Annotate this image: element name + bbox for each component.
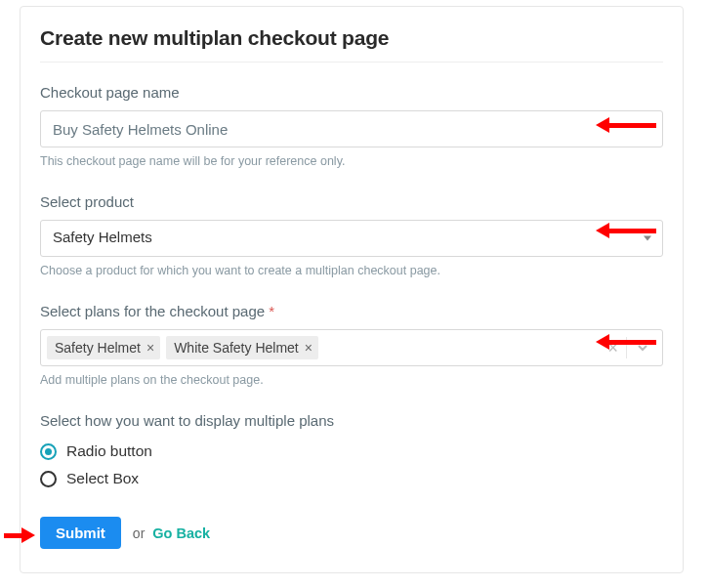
annotation-arrow <box>596 223 656 238</box>
product-help: Choose a product for which you want to c… <box>40 264 663 277</box>
or-text: or <box>133 525 145 541</box>
submit-button[interactable]: Submit <box>40 517 121 549</box>
plan-tag: Safety Helmet × <box>47 336 160 359</box>
display-mode-label: Select how you want to display multiple … <box>40 412 663 429</box>
divider <box>40 62 663 63</box>
plans-multiselect[interactable]: Safety Helmet × White Safety Helmet × × <box>40 329 663 366</box>
go-back-link[interactable]: Go Back <box>152 525 210 541</box>
radio-icon <box>40 471 57 487</box>
annotation-arrow <box>596 117 656 133</box>
plan-tag: White Safety Helmet × <box>166 336 318 359</box>
remove-tag-icon[interactable]: × <box>146 341 154 355</box>
radio-option-select-box[interactable]: Select Box <box>40 470 663 487</box>
annotation-arrow <box>4 527 35 543</box>
checkout-name-label: Checkout page name <box>40 84 663 101</box>
radio-option-label: Radio button <box>66 442 152 460</box>
form-card: Create new multiplan checkout page Check… <box>20 6 684 573</box>
checkout-name-input[interactable] <box>40 110 663 147</box>
radio-option-label: Select Box <box>66 470 139 487</box>
field-plans: Select plans for the checkout page * Saf… <box>40 303 663 387</box>
radio-option-radio-button[interactable]: Radio button <box>40 442 663 460</box>
form-actions: Submit or Go Back <box>40 517 663 549</box>
plans-label: Select plans for the checkout page * <box>40 303 663 319</box>
plans-label-text: Select plans for the checkout page <box>40 303 265 319</box>
radio-icon <box>40 443 57 460</box>
page-title: Create new multiplan checkout page <box>40 26 663 50</box>
annotation-arrow <box>596 334 656 350</box>
required-mark: * <box>269 303 274 319</box>
plan-tag-label: White Safety Helmet <box>174 340 299 356</box>
remove-tag-icon[interactable]: × <box>305 341 313 355</box>
plan-tag-label: Safety Helmet <box>55 340 141 356</box>
field-checkout-name: Checkout page name This checkout page na… <box>40 84 663 168</box>
product-select[interactable]: Safety Helmets <box>40 220 663 257</box>
plans-help: Add multiple plans on the checkout page. <box>40 373 663 387</box>
field-product: Select product Safety Helmets Choose a p… <box>40 193 663 277</box>
product-label: Select product <box>40 193 663 210</box>
product-selected-value: Safety Helmets <box>40 220 663 257</box>
checkout-name-help: This checkout page name will be for your… <box>40 154 663 168</box>
field-display-mode: Select how you want to display multiple … <box>40 412 663 487</box>
